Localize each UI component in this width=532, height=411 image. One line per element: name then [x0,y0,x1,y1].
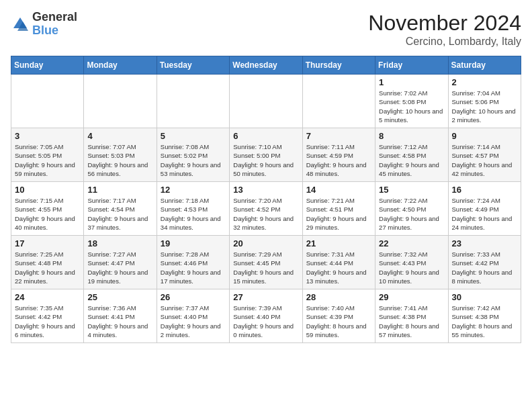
logo-text-general: General [32,10,77,24]
calendar-cell: 28Sunrise: 7:40 AM Sunset: 4:39 PM Dayli… [302,289,375,343]
day-number: 17 [15,238,80,248]
day-info: Sunrise: 7:29 AM Sunset: 4:45 PM Dayligh… [233,250,298,285]
day-number: 25 [87,292,152,302]
day-info: Sunrise: 7:25 AM Sunset: 4:48 PM Dayligh… [15,250,80,285]
calendar-cell: 8Sunrise: 7:12 AM Sunset: 4:58 PM Daylig… [375,128,448,182]
day-info: Sunrise: 7:27 AM Sunset: 4:47 PM Dayligh… [87,250,152,285]
day-info: Sunrise: 7:07 AM Sunset: 5:03 PM Dayligh… [87,142,152,178]
day-info: Sunrise: 7:32 AM Sunset: 4:43 PM Dayligh… [379,250,444,285]
day-number: 29 [379,292,444,302]
week-row-1: 3Sunrise: 7:05 AM Sunset: 5:05 PM Daylig… [11,128,521,182]
day-info: Sunrise: 7:12 AM Sunset: 4:58 PM Dayligh… [379,142,444,178]
calendar-cell: 12Sunrise: 7:18 AM Sunset: 4:53 PM Dayli… [157,182,229,236]
day-info: Sunrise: 7:24 AM Sunset: 4:49 PM Dayligh… [452,196,517,232]
day-info: Sunrise: 7:33 AM Sunset: 4:42 PM Dayligh… [452,250,517,285]
calendar-cell: 3Sunrise: 7:05 AM Sunset: 5:05 PM Daylig… [11,128,84,182]
calendar-cell: 15Sunrise: 7:22 AM Sunset: 4:50 PM Dayli… [375,182,448,236]
calendar-table: SundayMondayTuesdayWednesdayThursdayFrid… [11,56,521,343]
week-row-2: 10Sunrise: 7:15 AM Sunset: 4:55 PM Dayli… [11,182,521,236]
calendar-cell: 4Sunrise: 7:07 AM Sunset: 5:03 PM Daylig… [84,128,157,182]
calendar-cell: 14Sunrise: 7:21 AM Sunset: 4:51 PM Dayli… [302,182,375,236]
day-info: Sunrise: 7:20 AM Sunset: 4:52 PM Dayligh… [233,196,298,232]
day-number: 6 [233,131,298,141]
calendar-cell [84,75,157,128]
day-info: Sunrise: 7:22 AM Sunset: 4:50 PM Dayligh… [379,196,444,232]
day-info: Sunrise: 7:37 AM Sunset: 4:40 PM Dayligh… [161,304,226,339]
header-day-monday: Monday [84,56,157,75]
day-number: 19 [161,238,226,248]
day-number: 10 [15,185,80,195]
header-day-tuesday: Tuesday [157,56,229,75]
calendar-cell [11,75,84,128]
header-day-wednesday: Wednesday [230,56,302,75]
day-number: 18 [87,238,152,248]
logo: General Blue [11,11,77,38]
day-info: Sunrise: 7:31 AM Sunset: 4:44 PM Dayligh… [306,250,371,285]
calendar-cell: 27Sunrise: 7:39 AM Sunset: 4:40 PM Dayli… [230,289,302,343]
week-row-3: 17Sunrise: 7:25 AM Sunset: 4:48 PM Dayli… [11,236,521,289]
day-info: Sunrise: 7:35 AM Sunset: 4:42 PM Dayligh… [15,304,80,339]
day-number: 1 [379,77,444,87]
calendar-cell: 19Sunrise: 7:28 AM Sunset: 4:46 PM Dayli… [157,236,229,289]
calendar-cell: 16Sunrise: 7:24 AM Sunset: 4:49 PM Dayli… [448,182,521,236]
day-number: 22 [379,238,444,248]
calendar-cell: 9Sunrise: 7:14 AM Sunset: 4:57 PM Daylig… [448,128,521,182]
calendar-cell: 10Sunrise: 7:15 AM Sunset: 4:55 PM Dayli… [11,182,84,236]
day-number: 24 [15,292,80,302]
calendar-cell: 7Sunrise: 7:11 AM Sunset: 4:59 PM Daylig… [302,128,375,182]
day-info: Sunrise: 7:42 AM Sunset: 4:38 PM Dayligh… [452,304,517,339]
calendar-cell [302,75,375,128]
day-info: Sunrise: 7:40 AM Sunset: 4:39 PM Dayligh… [306,304,371,339]
day-number: 20 [233,238,298,248]
logo-icon [11,15,30,34]
header-day-thursday: Thursday [302,56,375,75]
calendar-cell [157,75,229,128]
calendar-cell: 6Sunrise: 7:10 AM Sunset: 5:00 PM Daylig… [230,128,302,182]
week-row-4: 24Sunrise: 7:35 AM Sunset: 4:42 PM Dayli… [11,289,521,343]
day-number: 23 [452,238,517,248]
day-info: Sunrise: 7:39 AM Sunset: 4:40 PM Dayligh… [233,304,298,339]
title-area: November 2024 Cercino, Lombardy, Italy [368,11,521,48]
day-number: 28 [306,292,371,302]
day-number: 8 [379,131,444,141]
header-day-friday: Friday [375,56,448,75]
day-info: Sunrise: 7:14 AM Sunset: 4:57 PM Dayligh… [452,142,517,178]
day-info: Sunrise: 7:05 AM Sunset: 5:05 PM Dayligh… [15,142,80,178]
calendar-cell: 26Sunrise: 7:37 AM Sunset: 4:40 PM Dayli… [157,289,229,343]
calendar-header-row: SundayMondayTuesdayWednesdayThursdayFrid… [11,56,521,75]
day-info: Sunrise: 7:02 AM Sunset: 5:08 PM Dayligh… [379,89,444,124]
day-info: Sunrise: 7:21 AM Sunset: 4:51 PM Dayligh… [306,196,371,232]
day-info: Sunrise: 7:41 AM Sunset: 4:38 PM Dayligh… [379,304,444,339]
day-number: 30 [452,292,517,302]
day-number: 26 [161,292,226,302]
calendar-cell: 30Sunrise: 7:42 AM Sunset: 4:38 PM Dayli… [448,289,521,343]
day-info: Sunrise: 7:17 AM Sunset: 4:54 PM Dayligh… [87,196,152,232]
calendar-cell: 24Sunrise: 7:35 AM Sunset: 4:42 PM Dayli… [11,289,84,343]
calendar-cell: 29Sunrise: 7:41 AM Sunset: 4:38 PM Dayli… [375,289,448,343]
day-info: Sunrise: 7:04 AM Sunset: 5:06 PM Dayligh… [452,89,517,124]
calendar-cell: 20Sunrise: 7:29 AM Sunset: 4:45 PM Dayli… [230,236,302,289]
calendar-cell: 2Sunrise: 7:04 AM Sunset: 5:06 PM Daylig… [448,75,521,128]
day-number: 11 [87,185,152,195]
calendar-cell: 21Sunrise: 7:31 AM Sunset: 4:44 PM Dayli… [302,236,375,289]
calendar-cell: 25Sunrise: 7:36 AM Sunset: 4:41 PM Dayli… [84,289,157,343]
day-info: Sunrise: 7:15 AM Sunset: 4:55 PM Dayligh… [15,196,80,232]
day-number: 21 [306,238,371,248]
day-info: Sunrise: 7:36 AM Sunset: 4:41 PM Dayligh… [87,304,152,339]
month-title: November 2024 [368,11,521,36]
header: General Blue November 2024 Cercino, Lomb… [11,11,521,48]
week-row-0: 1Sunrise: 7:02 AM Sunset: 5:08 PM Daylig… [11,75,521,128]
day-info: Sunrise: 7:10 AM Sunset: 5:00 PM Dayligh… [233,142,298,178]
calendar-cell [230,75,302,128]
day-info: Sunrise: 7:18 AM Sunset: 4:53 PM Dayligh… [161,196,226,232]
day-number: 14 [306,185,371,195]
calendar-cell: 11Sunrise: 7:17 AM Sunset: 4:54 PM Dayli… [84,182,157,236]
header-day-saturday: Saturday [448,56,521,75]
calendar-cell: 13Sunrise: 7:20 AM Sunset: 4:52 PM Dayli… [230,182,302,236]
calendar-cell: 23Sunrise: 7:33 AM Sunset: 4:42 PM Dayli… [448,236,521,289]
day-number: 15 [379,185,444,195]
logo-text-blue: Blue [32,24,58,37]
day-number: 27 [233,292,298,302]
day-number: 13 [233,185,298,195]
day-number: 5 [161,131,226,141]
